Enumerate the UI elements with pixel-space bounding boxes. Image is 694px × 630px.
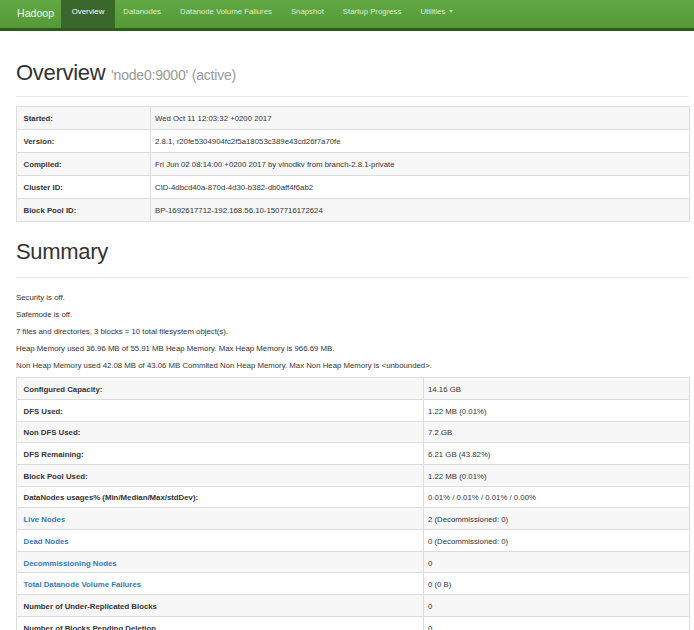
caret-down-icon	[449, 10, 453, 13]
table-row: Version:2.8.1, r20fe5304904fc2f5a18053c3…	[17, 130, 690, 153]
row-label: Dead Nodes	[17, 530, 424, 552]
row-label: Live Nodes	[17, 508, 424, 530]
overview-table: Started:Wed Oct 11 12:03:32 +0200 2017Ve…	[16, 106, 690, 222]
row-label: Configured Capacity:	[17, 378, 424, 400]
row-label: Decommissioning Nodes	[17, 551, 424, 573]
nav-item-overview: Overview	[62, 0, 114, 28]
row-label: Block Pool Used:	[17, 465, 424, 487]
row-value: Fri Jun 02 08:14:00 +0200 2017 by vinodk…	[151, 153, 690, 176]
navbar-menu: OverviewDatanodesDatanode Volume Failure…	[62, 0, 462, 28]
row-label: Started:	[17, 107, 151, 130]
row-label: Number of Blocks Pending Deletion	[17, 616, 424, 630]
summary-line-4: Heap Memory used 36.96 MB of 55.91 MB He…	[16, 340, 676, 357]
row-value: CID-4dbcd40a-870d-4d30-b382-db0aff4f6ab2	[151, 176, 690, 199]
row-value: 2 (Decommissioned: 0)	[424, 508, 690, 530]
nav-item-utilities: Utilities	[411, 0, 462, 28]
row-label-link[interactable]: Live Nodes	[24, 515, 66, 524]
table-row: Cluster ID:CID-4dbcd40a-870d-4d30-b382-d…	[17, 176, 690, 199]
nav-link-overview[interactable]: Overview	[61, 0, 115, 28]
table-row: DataNodes usages% (Min/Median/Max/stdDev…	[17, 486, 690, 508]
table-row: Number of Under-Replicated Blocks0	[17, 595, 690, 617]
row-label: Block Pool ID:	[17, 199, 151, 222]
row-value: 2.8.1, r20fe5304904fc2f5a18053c389e43cd2…	[151, 130, 690, 153]
nav-item-datanodes: Datanodes	[114, 0, 171, 28]
overview-title-text: Overview	[16, 60, 105, 85]
navbar: Hadoop OverviewDatanodesDatanode Volume …	[0, 0, 694, 31]
table-row: Dead Nodes0 (Decommissioned: 0)	[17, 530, 690, 552]
nav-link-datanode-volume-failures[interactable]: Datanode Volume Failures	[171, 0, 282, 28]
row-value: 0	[424, 551, 690, 573]
row-label-link[interactable]: Dead Nodes	[24, 537, 69, 546]
summary-table: Configured Capacity:14.16 GBDFS Used:1.2…	[16, 377, 690, 630]
overview-page-title: Overview 'node0:9000' (active)	[16, 62, 236, 86]
summary-line-2: Safemode is off.	[16, 306, 676, 323]
table-row: Configured Capacity:14.16 GB	[17, 378, 690, 400]
row-label: DFS Used:	[17, 399, 424, 421]
nav-item-datanode-volume-failures: Datanode Volume Failures	[171, 0, 282, 28]
nav-item-startup-progress: Startup Progress	[333, 0, 411, 28]
nav-item-snapshot: Snapshot	[281, 0, 333, 28]
row-label-link[interactable]: Total Datanode Volume Failures	[24, 580, 142, 589]
table-row: Started:Wed Oct 11 12:03:32 +0200 2017	[17, 107, 690, 130]
row-label: Non DFS Used:	[17, 421, 424, 443]
row-value: 0	[424, 616, 690, 630]
row-value: Wed Oct 11 12:03:32 +0200 2017	[151, 107, 690, 130]
table-row: Number of Blocks Pending Deletion0	[17, 616, 690, 630]
overview-subtitle: 'node0:9000' (active)	[111, 67, 236, 83]
table-row: DFS Used:1.22 MB (0.01%)	[17, 399, 690, 421]
row-value: 0 (Decommissioned: 0)	[424, 530, 690, 552]
table-row: Live Nodes2 (Decommissioned: 0)	[17, 508, 690, 530]
navbar-brand[interactable]: Hadoop	[17, 8, 54, 19]
table-row: Non DFS Used:7.2 GB	[17, 421, 690, 443]
table-row: Total Datanode Volume Failures0 (0 B)	[17, 573, 690, 595]
summary-line-3: 7 files and directories, 3 blocks = 10 t…	[16, 323, 676, 340]
nav-link-startup-progress[interactable]: Startup Progress	[333, 0, 411, 28]
table-row: Compiled:Fri Jun 02 08:14:00 +0200 2017 …	[17, 153, 690, 176]
summary-line-5: Non Heap Memory used 42.08 MB of 43.06 M…	[16, 357, 676, 374]
row-value: 0 (0 B)	[424, 573, 690, 595]
row-label: Cluster ID:	[17, 176, 151, 199]
summary-paragraphs: Security is off.Safemode is off.7 files …	[16, 289, 676, 374]
row-label-link[interactable]: Decommissioning Nodes	[24, 559, 117, 568]
nav-link-datanodes[interactable]: Datanodes	[114, 0, 171, 28]
row-value: 1.22 MB (0.01%)	[424, 465, 690, 487]
row-label: DataNodes usages% (Min/Median/Max/stdDev…	[17, 486, 424, 508]
row-value: 7.2 GB	[424, 421, 690, 443]
nav-link-snapshot[interactable]: Snapshot	[281, 0, 333, 28]
overview-header-rule	[16, 96, 689, 97]
row-value: BP-1692617712-192.168.56.10-150771617262…	[151, 199, 690, 222]
table-row: DFS Remaining:6.21 GB (43.82%)	[17, 443, 690, 465]
row-label: DFS Remaining:	[17, 443, 424, 465]
row-value: 0.01% / 0.01% / 0.01% / 0.00%	[424, 486, 690, 508]
table-row: Decommissioning Nodes0	[17, 551, 690, 573]
summary-page-title: Summary	[16, 241, 108, 263]
row-value: 14.16 GB	[424, 378, 690, 400]
row-label: Total Datanode Volume Failures	[17, 573, 424, 595]
row-value: 1.22 MB (0.01%)	[424, 399, 690, 421]
summary-header-rule	[16, 277, 689, 278]
row-label: Version:	[17, 130, 151, 153]
nav-link-utilities[interactable]: Utilities	[411, 0, 462, 28]
table-row: Block Pool ID:BP-1692617712-192.168.56.1…	[17, 199, 690, 222]
row-label: Compiled:	[17, 153, 151, 176]
row-value: 6.21 GB (43.82%)	[424, 443, 690, 465]
summary-line-1: Security is off.	[16, 289, 676, 306]
table-row: Block Pool Used:1.22 MB (0.01%)	[17, 465, 690, 487]
row-label: Number of Under-Replicated Blocks	[17, 595, 424, 617]
row-value: 0	[424, 595, 690, 617]
